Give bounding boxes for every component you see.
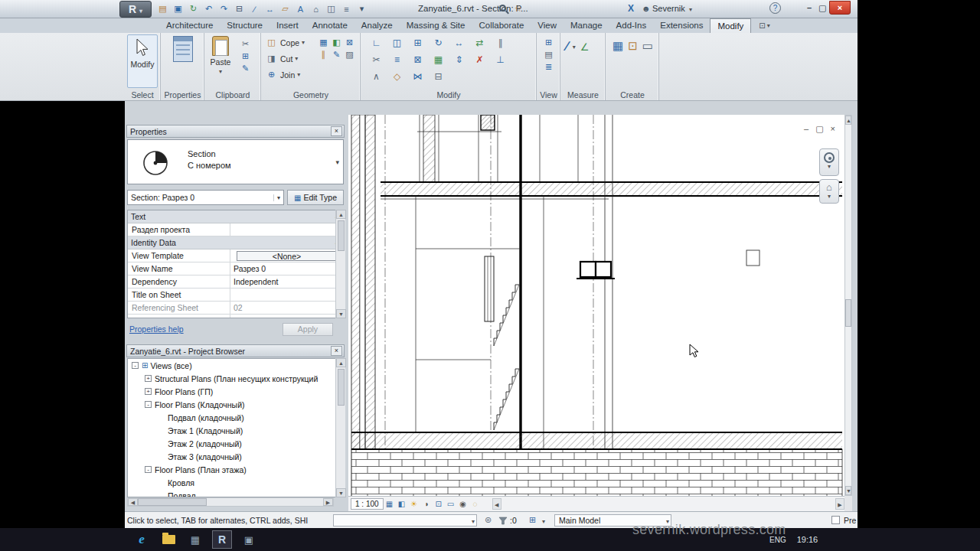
tree-item-etazh-2[interactable]: Этаж 2 (кладочный) bbox=[128, 437, 343, 450]
canvas-vscroll-thumb[interactable] bbox=[845, 299, 851, 327]
split-element-icon[interactable]: ✂ bbox=[366, 51, 387, 68]
scroll-right-icon[interactable]: ▶ bbox=[835, 498, 844, 510]
scroll-left-icon[interactable]: ◀ bbox=[492, 498, 501, 510]
activate-view-icon[interactable]: ⊞ bbox=[542, 36, 555, 48]
paint-icon[interactable]: ✎ bbox=[330, 48, 343, 60]
undo-icon[interactable]: ↶ bbox=[202, 2, 215, 15]
tab-insert[interactable]: Insert bbox=[270, 18, 305, 33]
mirror-pick-icon[interactable]: ◇ bbox=[387, 68, 407, 85]
property-grid-scrollbar[interactable]: ▲ ▼ bbox=[335, 210, 345, 318]
properties-palette-header[interactable]: Properties × bbox=[126, 125, 345, 138]
unpin-icon[interactable]: ∧ bbox=[366, 68, 387, 85]
sync-icon[interactable]: ↻ bbox=[187, 2, 200, 15]
swap-icon[interactable]: ⇄ bbox=[469, 34, 490, 51]
scroll-up-icon[interactable]: ▲ bbox=[336, 210, 346, 219]
close-project-browser-icon[interactable]: × bbox=[331, 346, 342, 356]
prop-value[interactable]: <None> bbox=[230, 249, 343, 262]
prop-row-view-name[interactable]: View Name Разрез 0 bbox=[128, 262, 343, 276]
cope-button[interactable]: ◫ Cope ▾ bbox=[262, 34, 311, 51]
demolish-icon[interactable]: ∥ bbox=[317, 48, 330, 60]
clock[interactable]: 19:16 bbox=[797, 535, 818, 544]
create-group-icon[interactable]: ▦ bbox=[612, 39, 623, 53]
reveal-hidden-elements-icon[interactable]: ◌ bbox=[469, 498, 482, 510]
application-menu-button[interactable]: R ▾ bbox=[119, 1, 152, 18]
prop-row-referencing-sheet[interactable]: Referencing Sheet 02 bbox=[128, 302, 343, 315]
offset-icon[interactable]: ∥ bbox=[490, 34, 511, 51]
prop-value[interactable] bbox=[230, 223, 343, 236]
scroll-down-icon[interactable]: ▼ bbox=[336, 309, 346, 318]
tree-item-floor-plans-kladochny[interactable]: - Floor Plans (Кладочный) bbox=[128, 398, 343, 411]
qat-customize-icon[interactable]: ▾ bbox=[355, 2, 368, 15]
redo-icon[interactable]: ↷ bbox=[217, 2, 230, 15]
wall-joins-icon[interactable]: ◧ bbox=[330, 36, 343, 48]
pin-icon[interactable]: ⊥ bbox=[490, 51, 511, 68]
tab-modify[interactable]: Modify bbox=[710, 18, 751, 33]
tab-structure[interactable]: Structure bbox=[220, 18, 270, 33]
tab-extensions[interactable]: Extensions bbox=[653, 18, 710, 33]
tab-view[interactable]: View bbox=[531, 18, 564, 33]
open-icon[interactable]: ▤ bbox=[156, 2, 169, 15]
favorites-star-icon[interactable]: ☆ bbox=[514, 4, 522, 14]
tree-item-structural-plans[interactable]: + Structural Plans (План несущих констру… bbox=[128, 372, 343, 385]
tab-collaborate[interactable]: Collaborate bbox=[472, 18, 531, 33]
temporary-hide-isolate-icon[interactable]: ◉ bbox=[457, 498, 469, 510]
design-options-icon[interactable]: ⊞ bbox=[529, 515, 536, 525]
align-icon[interactable]: ∟ bbox=[366, 34, 387, 51]
scroll-down-icon[interactable]: ▼ bbox=[336, 488, 346, 497]
copy-to-clipboard-icon[interactable]: ⊞ bbox=[239, 50, 252, 62]
text-icon[interactable]: A bbox=[294, 2, 307, 15]
group-header-identity-data[interactable]: Identity Data ∧ bbox=[128, 236, 343, 249]
match-type-icon[interactable]: ✎ bbox=[239, 62, 252, 74]
scale-button[interactable]: 1 : 100 bbox=[351, 498, 384, 510]
rotate-icon[interactable]: ↻ bbox=[428, 34, 449, 51]
thin-lines-icon[interactable]: ≡ bbox=[340, 2, 353, 15]
canvas-vscrollbar[interactable]: ▲ ▼ bbox=[844, 115, 852, 496]
close-properties-icon[interactable]: × bbox=[331, 126, 342, 136]
visual-style-icon[interactable]: ◧ bbox=[396, 498, 408, 510]
project-browser-scrollbar[interactable]: ▲ ▼ bbox=[335, 358, 345, 497]
tree-item-podval[interactable]: Подвал bbox=[128, 489, 343, 497]
collapse-toggle[interactable]: - bbox=[132, 362, 139, 369]
restore-window-icon[interactable]: ▢ bbox=[818, 3, 826, 13]
collapse-toggle[interactable]: - bbox=[145, 401, 152, 408]
angle-dimension-icon[interactable]: ∠ bbox=[580, 41, 590, 53]
tab-massing-site[interactable]: Massing & Site bbox=[400, 18, 472, 33]
view-minimize-icon[interactable]: – bbox=[804, 124, 808, 134]
prop-value[interactable]: Разрез 0 bbox=[230, 262, 343, 275]
crop-view-icon[interactable]: ⊡ bbox=[433, 498, 445, 510]
join-button[interactable]: ⊕ Join ▾ bbox=[262, 67, 311, 83]
save-icon[interactable]: ▣ bbox=[172, 2, 185, 15]
aligned-dimension-icon[interactable]: ↔ bbox=[263, 2, 276, 15]
expand-toggle[interactable]: + bbox=[145, 388, 152, 395]
expand-toggle[interactable]: + bbox=[145, 375, 152, 382]
stretch-icon[interactable]: ⇕ bbox=[449, 51, 469, 68]
ribbon-display-toggle[interactable]: ⊡ ▾ bbox=[759, 18, 769, 33]
move-icon[interactable]: ↔ bbox=[449, 34, 469, 51]
hide-in-view-icon[interactable]: ▤ bbox=[542, 48, 555, 60]
copy-icon[interactable]: ⊞ bbox=[407, 34, 428, 51]
taskbar-viewer-button[interactable]: ▣ bbox=[239, 530, 259, 549]
scale-icon[interactable]: ▦ bbox=[428, 51, 449, 68]
taskbar-revit-button[interactable]: R bbox=[212, 530, 232, 549]
shadows-icon[interactable]: ◑ bbox=[420, 498, 433, 510]
prop-row-title-on-sheet[interactable]: Title on Sheet bbox=[128, 289, 343, 302]
split-face-icon[interactable]: ⊠ bbox=[343, 36, 356, 48]
measure-tool-icon[interactable]: ∕ bbox=[566, 39, 568, 54]
tree-item-krovlya[interactable]: Кровля bbox=[128, 476, 343, 489]
minimize-window-icon[interactable]: – bbox=[807, 3, 812, 12]
scrollbar-thumb[interactable] bbox=[338, 369, 345, 406]
create-similar-icon[interactable]: ⊡ bbox=[628, 39, 638, 53]
collapse-toggle[interactable]: - bbox=[145, 466, 152, 473]
unjoin-icon[interactable]: ▨ bbox=[343, 48, 356, 60]
prop-row-view-template[interactable]: View Template <None> bbox=[128, 249, 343, 262]
project-browser-header[interactable]: Zanyatie_6.rvt - Project Browser × bbox=[126, 344, 345, 357]
taskbar-app-button[interactable]: ▦ bbox=[185, 530, 205, 549]
apply-button[interactable]: Apply bbox=[283, 323, 333, 336]
scroll-up-icon[interactable]: ▲ bbox=[336, 358, 346, 367]
close-window-button[interactable]: × bbox=[829, 1, 851, 15]
join-unjoin-icon[interactable]: ⋈ bbox=[407, 68, 428, 85]
tree-item-views[interactable]: - ⊞ Views (все) bbox=[128, 359, 343, 372]
show-crop-region-icon[interactable]: ▭ bbox=[445, 498, 457, 510]
help-icon[interactable]: ? bbox=[769, 2, 781, 14]
tab-architecture[interactable]: Architecture bbox=[159, 18, 220, 33]
